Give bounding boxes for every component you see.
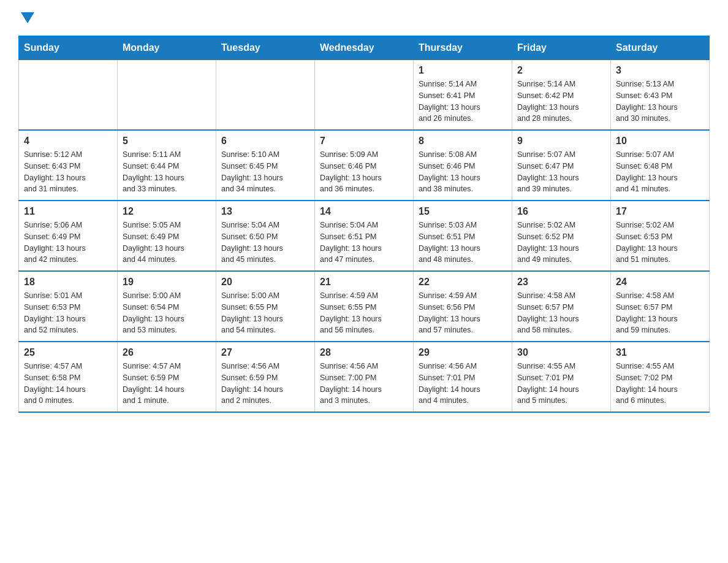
day-info: Sunrise: 4:56 AM Sunset: 7:00 PM Dayligh… bbox=[320, 361, 408, 407]
calendar-cell: 28Sunrise: 4:56 AM Sunset: 7:00 PM Dayli… bbox=[315, 342, 414, 412]
calendar-week-row: 25Sunrise: 4:57 AM Sunset: 6:58 PM Dayli… bbox=[19, 342, 710, 412]
day-number: 19 bbox=[123, 277, 211, 288]
day-info: Sunrise: 4:58 AM Sunset: 6:57 PM Dayligh… bbox=[616, 290, 704, 336]
calendar-cell: 30Sunrise: 4:55 AM Sunset: 7:01 PM Dayli… bbox=[512, 342, 611, 412]
calendar-cell: 8Sunrise: 5:08 AM Sunset: 6:46 PM Daylig… bbox=[414, 130, 512, 201]
day-number: 28 bbox=[320, 347, 408, 358]
day-info: Sunrise: 5:00 AM Sunset: 6:54 PM Dayligh… bbox=[123, 290, 211, 336]
day-number: 2 bbox=[517, 65, 605, 76]
calendar-cell: 29Sunrise: 4:56 AM Sunset: 7:01 PM Dayli… bbox=[414, 342, 512, 412]
day-number: 10 bbox=[616, 136, 704, 147]
calendar-table: SundayMondayTuesdayWednesdayThursdayFrid… bbox=[18, 36, 710, 413]
day-number: 4 bbox=[24, 136, 112, 147]
day-number: 1 bbox=[419, 65, 507, 76]
day-info: Sunrise: 5:02 AM Sunset: 6:52 PM Dayligh… bbox=[517, 220, 605, 266]
calendar-cell: 27Sunrise: 4:56 AM Sunset: 6:59 PM Dayli… bbox=[216, 342, 315, 412]
calendar-cell: 20Sunrise: 5:00 AM Sunset: 6:55 PM Dayli… bbox=[216, 271, 315, 342]
day-number: 14 bbox=[320, 206, 408, 217]
logo bbox=[18, 12, 34, 23]
calendar-cell: 6Sunrise: 5:10 AM Sunset: 6:45 PM Daylig… bbox=[216, 130, 315, 201]
day-number: 11 bbox=[24, 206, 112, 217]
calendar-cell: 12Sunrise: 5:05 AM Sunset: 6:49 PM Dayli… bbox=[118, 201, 216, 271]
day-number: 25 bbox=[24, 347, 112, 358]
calendar-cell: 4Sunrise: 5:12 AM Sunset: 6:43 PM Daylig… bbox=[19, 130, 118, 201]
day-info: Sunrise: 4:56 AM Sunset: 6:59 PM Dayligh… bbox=[221, 361, 309, 407]
day-info: Sunrise: 5:04 AM Sunset: 6:51 PM Dayligh… bbox=[320, 220, 408, 266]
day-number: 15 bbox=[419, 206, 507, 217]
calendar-cell: 10Sunrise: 5:07 AM Sunset: 6:48 PM Dayli… bbox=[611, 130, 710, 201]
calendar-cell: 14Sunrise: 5:04 AM Sunset: 6:51 PM Dayli… bbox=[315, 201, 414, 271]
calendar-cell: 13Sunrise: 5:04 AM Sunset: 6:50 PM Dayli… bbox=[216, 201, 315, 271]
calendar-cell: 21Sunrise: 4:59 AM Sunset: 6:55 PM Dayli… bbox=[315, 271, 414, 342]
calendar-cell bbox=[216, 60, 315, 131]
day-number: 13 bbox=[221, 206, 309, 217]
calendar-header-row: SundayMondayTuesdayWednesdayThursdayFrid… bbox=[19, 36, 710, 60]
weekday-header-tuesday: Tuesday bbox=[216, 36, 315, 60]
weekday-header-wednesday: Wednesday bbox=[315, 36, 414, 60]
day-number: 27 bbox=[221, 347, 309, 358]
day-number: 7 bbox=[320, 136, 408, 147]
weekday-header-sunday: Sunday bbox=[19, 36, 118, 60]
day-info: Sunrise: 5:07 AM Sunset: 6:48 PM Dayligh… bbox=[616, 149, 704, 195]
day-number: 20 bbox=[221, 277, 309, 288]
day-info: Sunrise: 4:59 AM Sunset: 6:56 PM Dayligh… bbox=[419, 290, 507, 336]
calendar-cell: 31Sunrise: 4:55 AM Sunset: 7:02 PM Dayli… bbox=[611, 342, 710, 412]
day-info: Sunrise: 5:11 AM Sunset: 6:44 PM Dayligh… bbox=[123, 149, 211, 195]
day-info: Sunrise: 5:14 AM Sunset: 6:41 PM Dayligh… bbox=[419, 79, 507, 124]
day-number: 22 bbox=[419, 277, 507, 288]
day-number: 30 bbox=[517, 347, 605, 358]
logo-arrow-icon bbox=[21, 12, 34, 26]
weekday-header-monday: Monday bbox=[118, 36, 216, 60]
day-info: Sunrise: 5:01 AM Sunset: 6:53 PM Dayligh… bbox=[24, 290, 112, 336]
day-info: Sunrise: 4:55 AM Sunset: 7:01 PM Dayligh… bbox=[517, 361, 605, 407]
day-info: Sunrise: 4:59 AM Sunset: 6:55 PM Dayligh… bbox=[320, 290, 408, 336]
day-info: Sunrise: 5:10 AM Sunset: 6:45 PM Dayligh… bbox=[221, 149, 309, 195]
calendar-cell: 16Sunrise: 5:02 AM Sunset: 6:52 PM Dayli… bbox=[512, 201, 611, 271]
calendar-cell: 25Sunrise: 4:57 AM Sunset: 6:58 PM Dayli… bbox=[19, 342, 118, 412]
day-info: Sunrise: 4:58 AM Sunset: 6:57 PM Dayligh… bbox=[517, 290, 605, 336]
calendar-week-row: 11Sunrise: 5:06 AM Sunset: 6:49 PM Dayli… bbox=[19, 201, 710, 271]
day-info: Sunrise: 5:00 AM Sunset: 6:55 PM Dayligh… bbox=[221, 290, 309, 336]
day-number: 17 bbox=[616, 206, 704, 217]
calendar-week-row: 1Sunrise: 5:14 AM Sunset: 6:41 PM Daylig… bbox=[19, 60, 710, 131]
day-info: Sunrise: 5:04 AM Sunset: 6:50 PM Dayligh… bbox=[221, 220, 309, 266]
day-number: 24 bbox=[616, 277, 704, 288]
calendar-week-row: 4Sunrise: 5:12 AM Sunset: 6:43 PM Daylig… bbox=[19, 130, 710, 201]
calendar-cell: 11Sunrise: 5:06 AM Sunset: 6:49 PM Dayli… bbox=[19, 201, 118, 271]
calendar-cell: 3Sunrise: 5:13 AM Sunset: 6:43 PM Daylig… bbox=[611, 60, 710, 131]
weekday-header-friday: Friday bbox=[512, 36, 611, 60]
day-number: 6 bbox=[221, 136, 309, 147]
weekday-header-thursday: Thursday bbox=[414, 36, 512, 60]
calendar-cell bbox=[315, 60, 414, 131]
calendar-week-row: 18Sunrise: 5:01 AM Sunset: 6:53 PM Dayli… bbox=[19, 271, 710, 342]
day-info: Sunrise: 5:14 AM Sunset: 6:42 PM Dayligh… bbox=[517, 79, 605, 124]
day-info: Sunrise: 5:05 AM Sunset: 6:49 PM Dayligh… bbox=[123, 220, 211, 266]
calendar-cell: 1Sunrise: 5:14 AM Sunset: 6:41 PM Daylig… bbox=[414, 60, 512, 131]
day-number: 31 bbox=[616, 347, 704, 358]
calendar-cell: 24Sunrise: 4:58 AM Sunset: 6:57 PM Dayli… bbox=[611, 271, 710, 342]
day-number: 16 bbox=[517, 206, 605, 217]
calendar-cell: 26Sunrise: 4:57 AM Sunset: 6:59 PM Dayli… bbox=[118, 342, 216, 412]
day-info: Sunrise: 4:57 AM Sunset: 6:59 PM Dayligh… bbox=[123, 361, 211, 407]
day-info: Sunrise: 5:03 AM Sunset: 6:51 PM Dayligh… bbox=[419, 220, 507, 266]
calendar-cell: 7Sunrise: 5:09 AM Sunset: 6:46 PM Daylig… bbox=[315, 130, 414, 201]
day-info: Sunrise: 5:02 AM Sunset: 6:53 PM Dayligh… bbox=[616, 220, 704, 266]
calendar-cell: 15Sunrise: 5:03 AM Sunset: 6:51 PM Dayli… bbox=[414, 201, 512, 271]
day-number: 18 bbox=[24, 277, 112, 288]
day-info: Sunrise: 5:13 AM Sunset: 6:43 PM Dayligh… bbox=[616, 79, 704, 124]
day-info: Sunrise: 5:08 AM Sunset: 6:46 PM Dayligh… bbox=[419, 149, 507, 195]
svg-marker-0 bbox=[21, 12, 34, 23]
calendar-cell: 22Sunrise: 4:59 AM Sunset: 6:56 PM Dayli… bbox=[414, 271, 512, 342]
day-number: 12 bbox=[123, 206, 211, 217]
day-number: 9 bbox=[517, 136, 605, 147]
day-number: 3 bbox=[616, 65, 704, 76]
page-header bbox=[18, 12, 710, 23]
day-number: 29 bbox=[419, 347, 507, 358]
day-info: Sunrise: 4:57 AM Sunset: 6:58 PM Dayligh… bbox=[24, 361, 112, 407]
day-number: 23 bbox=[517, 277, 605, 288]
calendar-cell: 5Sunrise: 5:11 AM Sunset: 6:44 PM Daylig… bbox=[118, 130, 216, 201]
calendar-cell: 23Sunrise: 4:58 AM Sunset: 6:57 PM Dayli… bbox=[512, 271, 611, 342]
calendar-cell: 2Sunrise: 5:14 AM Sunset: 6:42 PM Daylig… bbox=[512, 60, 611, 131]
day-number: 21 bbox=[320, 277, 408, 288]
weekday-header-saturday: Saturday bbox=[611, 36, 710, 60]
